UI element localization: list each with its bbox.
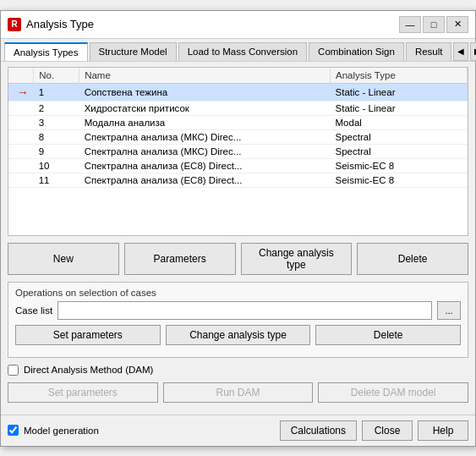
dam-delete-model-button[interactable]: Delete DAM model xyxy=(318,382,468,403)
row-type: Modal xyxy=(331,115,468,129)
row-name: Спектрална анализа (EC8) Direct... xyxy=(79,158,331,173)
ops-set-parameters-button[interactable]: Set parameters xyxy=(15,325,161,345)
tab-load-to-mass[interactable]: Load to Mass Conversion xyxy=(178,42,307,61)
operations-label: Operations on selection of cases xyxy=(15,288,461,298)
operations-group: Operations on selection of cases Case li… xyxy=(8,282,468,358)
dam-buttons-row: Set parameters Run DAM Delete DAM model xyxy=(8,382,468,403)
calculations-button[interactable]: Calculations xyxy=(280,420,357,441)
row-arrow xyxy=(8,144,34,158)
tabs-scroll-right[interactable]: ▶ xyxy=(470,42,476,61)
col-arrow xyxy=(8,68,34,84)
row-name: Модална анализа xyxy=(79,115,331,129)
change-analysis-type-button[interactable]: Change analysis type xyxy=(241,243,353,275)
operations-buttons-row: Set parameters Change analysis type Dele… xyxy=(15,325,461,345)
row-arrow xyxy=(8,101,34,115)
new-button[interactable]: New xyxy=(8,243,119,275)
row-no: 1 xyxy=(34,83,79,101)
table-row[interactable]: 2Хидростатски притисокStatic - Linear xyxy=(8,101,468,115)
row-no: 3 xyxy=(34,115,79,129)
tab-analysis-types[interactable]: Analysis Types xyxy=(4,42,88,61)
table-row[interactable]: 10Спектрална анализа (EC8) Direct...Seis… xyxy=(8,158,468,173)
table-row[interactable]: 3Модална анализаModal xyxy=(8,115,468,129)
case-list-browse-button[interactable]: ... xyxy=(437,301,461,320)
analysis-type-window: R Analysis Type — □ ✕ Analysis Types Str… xyxy=(0,10,476,447)
col-type: Analysis Type xyxy=(331,68,468,84)
row-type: Spectral xyxy=(331,129,468,144)
row-type: Static - Linear xyxy=(331,83,468,101)
dam-set-parameters-button[interactable]: Set parameters xyxy=(8,382,158,403)
main-buttons-row: New Parameters Change analysis type Dele… xyxy=(8,243,468,275)
col-name: Name xyxy=(79,68,331,84)
row-type: Seismic-EC 8 xyxy=(331,158,468,173)
bottom-left: Model generation xyxy=(8,425,275,436)
row-type: Seismic-EC 8 xyxy=(331,173,468,187)
tabs-row: Analysis Types Structure Model Load to M… xyxy=(1,39,475,62)
case-list-input[interactable] xyxy=(57,301,432,320)
close-window-button[interactable]: ✕ xyxy=(446,16,468,33)
title-bar-left: R Analysis Type xyxy=(8,18,94,31)
delete-button[interactable]: Delete xyxy=(357,243,468,275)
title-bar: R Analysis Type — □ ✕ xyxy=(1,11,475,39)
bottom-bar: Model generation Calculations Close Help xyxy=(1,415,475,446)
minimize-button[interactable]: — xyxy=(399,16,421,33)
tabs-scroll-left[interactable]: ◀ xyxy=(453,42,468,61)
row-no: 2 xyxy=(34,101,79,115)
analysis-table-container[interactable]: No. Name Analysis Type →1Сопствена тежин… xyxy=(8,67,468,236)
row-no: 9 xyxy=(34,144,79,158)
window-title: Analysis Type xyxy=(26,18,94,30)
app-icon: R xyxy=(8,18,21,31)
row-no: 11 xyxy=(34,173,79,187)
model-generation-checkbox[interactable] xyxy=(8,425,19,436)
bottom-right: Calculations Close Help xyxy=(280,420,468,441)
row-arrow xyxy=(8,158,34,173)
col-no: No. xyxy=(34,68,79,84)
row-arrow: → xyxy=(8,83,34,101)
row-no: 10 xyxy=(34,158,79,173)
row-arrow xyxy=(8,173,34,187)
dam-label[interactable]: Direct Analysis Method (DAM) xyxy=(24,365,153,375)
row-type: Static - Linear xyxy=(331,101,468,115)
row-type: Spectral xyxy=(331,144,468,158)
tab-result[interactable]: Result xyxy=(406,42,452,61)
table-row[interactable]: 8Спектрална анализа (МКС) Direc...Spectr… xyxy=(8,129,468,144)
row-name: Спектрална анализа (МКС) Direc... xyxy=(79,129,331,144)
dam-run-button[interactable]: Run DAM xyxy=(163,382,314,403)
tab-structure-model[interactable]: Structure Model xyxy=(90,42,177,61)
tabs-nav: ◀ ▶ xyxy=(453,42,476,61)
dam-checkbox[interactable] xyxy=(8,365,19,376)
row-arrow xyxy=(8,115,34,129)
row-name: Хидростатски притисок xyxy=(79,101,331,115)
analysis-table: No. Name Analysis Type →1Сопствена тежин… xyxy=(8,68,468,188)
row-arrow xyxy=(8,129,34,144)
row-name: Спектрална анализа (МКС) Direc... xyxy=(79,144,331,158)
tab-combination-sign[interactable]: Combination Sign xyxy=(309,42,404,61)
case-list-label: Case list xyxy=(15,305,52,316)
ops-delete-button[interactable]: Delete xyxy=(315,325,461,345)
row-name: Спектрална анализа (EC8) Direct... xyxy=(79,173,331,187)
dam-checkbox-row: Direct Analysis Method (DAM) xyxy=(8,365,468,376)
row-name: Сопствена тежина xyxy=(79,83,331,101)
table-row[interactable]: 9Спектрална анализа (МКС) Direc...Spectr… xyxy=(8,144,468,158)
case-list-row: Case list ... xyxy=(15,301,461,320)
table-row[interactable]: 11Спектрална анализа (EC8) Direct...Seis… xyxy=(8,173,468,187)
title-controls: — □ ✕ xyxy=(399,16,468,33)
main-content: No. Name Analysis Type →1Сопствена тежин… xyxy=(1,62,475,415)
row-no: 8 xyxy=(34,129,79,144)
ops-change-analysis-type-button[interactable]: Change analysis type xyxy=(166,325,311,345)
help-button[interactable]: Help xyxy=(418,420,468,441)
close-button[interactable]: Close xyxy=(362,420,413,441)
parameters-button[interactable]: Parameters xyxy=(124,243,236,275)
model-generation-label[interactable]: Model generation xyxy=(24,426,99,436)
table-row[interactable]: →1Сопствена тежинаStatic - Linear xyxy=(8,83,468,101)
maximize-button[interactable]: □ xyxy=(423,16,445,33)
